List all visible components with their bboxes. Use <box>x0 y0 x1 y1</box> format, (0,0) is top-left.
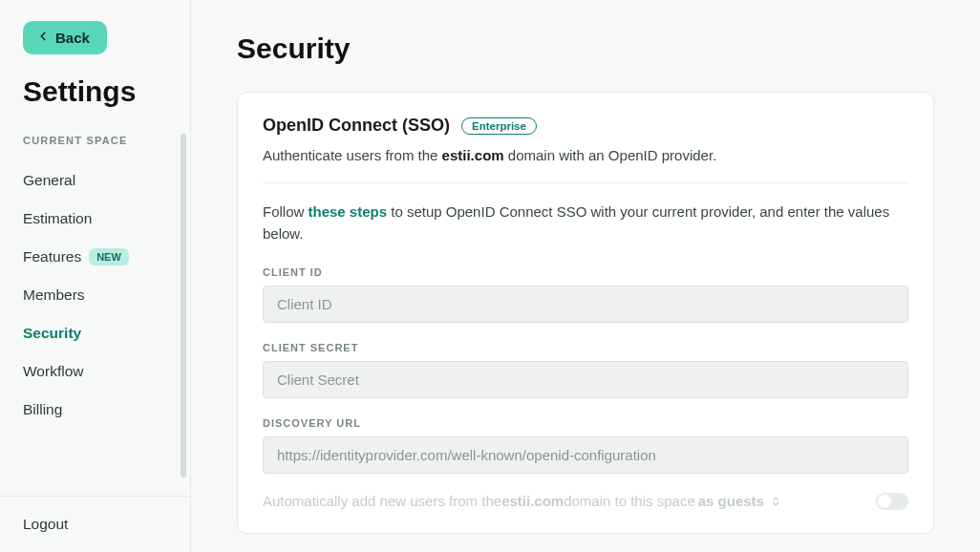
sidebar-item-label: Billing <box>23 401 62 418</box>
enterprise-pill: Enterprise <box>461 117 537 135</box>
sidebar-item-general[interactable]: General <box>23 161 190 200</box>
setup-steps-link[interactable]: these steps <box>309 203 388 220</box>
client-secret-label: CLIENT SECRET <box>263 342 908 353</box>
auto-add-domain: estii.com <box>501 493 564 509</box>
auto-add-row: Automatically add new users from the est… <box>263 493 908 510</box>
client-id-input[interactable] <box>263 286 908 323</box>
sidebar-item-billing[interactable]: Billing <box>23 391 190 429</box>
client-secret-field: CLIENT SECRET <box>263 342 908 398</box>
main-content: Security OpenID Connect (SSO) Enterprise… <box>191 0 980 552</box>
discovery-url-input[interactable] <box>263 436 908 474</box>
sidebar-item-label: General <box>23 172 75 189</box>
logout-button[interactable]: Logout <box>23 516 190 533</box>
auto-add-prefix: Automatically add new users from the <box>263 493 501 509</box>
sidebar-item-label: Members <box>23 287 85 304</box>
sidebar-item-members[interactable]: Members <box>23 276 190 314</box>
sidebar-item-label: Features <box>23 248 81 265</box>
sidebar-footer: Logout <box>0 496 190 552</box>
discovery-url-field: DISCOVERY URL <box>263 417 908 474</box>
chevron-updown-icon[interactable] <box>770 496 781 507</box>
auto-add-middle: domain to this space <box>564 493 695 509</box>
client-id-label: CLIENT ID <box>263 266 908 278</box>
sidebar-item-workflow[interactable]: Workflow <box>23 352 190 391</box>
instruction-text: Follow these steps to setup OpenID Conne… <box>263 201 908 245</box>
card-description: Authenticate users from the estii.com do… <box>263 145 908 165</box>
sidebar: Back Settings CURRENT SPACE General Esti… <box>0 0 191 552</box>
discovery-url-label: DISCOVERY URL <box>263 417 908 429</box>
auto-add-role: as guests <box>698 493 764 509</box>
auto-add-toggle[interactable] <box>876 493 908 510</box>
page-title: Security <box>237 32 934 65</box>
new-badge: NEW <box>89 248 129 265</box>
sidebar-section-label: CURRENT SPACE <box>23 135 190 146</box>
divider <box>263 182 908 183</box>
back-button-label: Back <box>55 30 90 46</box>
sidebar-item-security[interactable]: Security <box>23 314 190 352</box>
settings-heading: Settings <box>23 75 190 108</box>
sidebar-nav: General Estimation Features NEW Members … <box>23 161 190 429</box>
client-secret-input[interactable] <box>263 361 908 398</box>
scrollbar[interactable] <box>181 134 186 478</box>
sso-card: OpenID Connect (SSO) Enterprise Authenti… <box>237 92 934 534</box>
client-id-field: CLIENT ID <box>263 266 908 323</box>
sidebar-item-label: Estimation <box>23 210 92 227</box>
chevron-left-icon <box>36 30 50 46</box>
sidebar-item-estimation[interactable]: Estimation <box>23 200 190 238</box>
card-title: OpenID Connect (SSO) <box>263 116 450 136</box>
sidebar-item-label: Security <box>23 325 81 342</box>
sidebar-item-features[interactable]: Features NEW <box>23 238 190 276</box>
logout-label: Logout <box>23 516 68 532</box>
back-button[interactable]: Back <box>23 21 107 54</box>
card-header: OpenID Connect (SSO) Enterprise <box>263 116 908 136</box>
sidebar-item-label: Workflow <box>23 363 83 380</box>
